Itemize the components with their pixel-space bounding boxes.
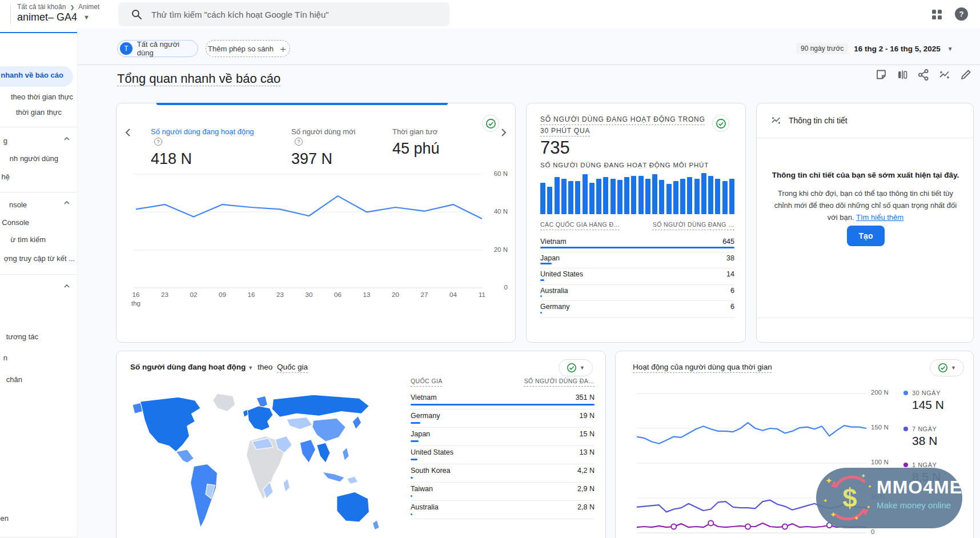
sidebar-item[interactable]: nhanh về báo cáo [1,71,63,82]
sidebar-item[interactable]: chân [6,375,22,387]
country-bar [411,513,412,515]
x-axis-label: 02 [181,291,206,299]
minute-bar [603,177,608,214]
sidebar-item[interactable]: ợng truy cập từ kết ... [4,254,75,266]
legend-label: 30 NGÀY [912,390,941,396]
column-header-users[interactable]: SỐ NGƯỜI DÙNG ĐA… [524,378,595,384]
country-name: Vietnam [540,238,567,246]
data-quality-icon[interactable] [482,115,499,132]
carousel-right-icon[interactable] [497,126,509,139]
country-bar [411,422,420,424]
create-insight-button[interactable]: Tạo [847,226,885,246]
minute-bar [568,181,573,214]
legend-value: 38 N [912,434,937,448]
sidebar-item[interactable]: tương tác [6,332,38,344]
data-point-marker [782,524,788,529]
x-axis-label: 30 [296,291,322,299]
sidebar-item[interactable]: en [1,514,9,525]
metric-carousel-scroll-indicator[interactable] [156,103,448,105]
column-header-country[interactable]: QUỐC GIA [411,378,443,384]
metric-tab-new-users[interactable]: Số người dùng mới? 397 N [291,127,355,168]
help-circle-icon[interactable]: ? [154,138,162,146]
sidebar-item[interactable]: thời gian thực [16,108,62,119]
sidebar-item[interactable]: ừ tìm kiếm [11,235,46,247]
help-icon[interactable]: ? [955,7,968,21]
mmo4me-text: MMO4ME Make money online [877,477,962,510]
apps-grid-icon[interactable] [932,10,942,19]
add-comparison-chip[interactable]: Thêm phép so sánh ＋ [206,40,290,57]
data-quality-dropdown[interactable]: ▼ [930,359,964,376]
minute-bar [624,177,629,214]
sidebar-item[interactable]: nh người dùng [10,154,58,166]
legend-dot-icon [903,391,908,395]
insights-icon [770,115,782,126]
share-icon[interactable] [917,69,930,81]
minute-bar [631,176,636,214]
comparison-icon[interactable] [896,69,909,81]
date-range-picker[interactable]: 90 ngày trước 16 thg 2 - 16 thg 5, 2025 … [796,41,953,56]
data-quality-icon[interactable] [712,115,729,132]
realtime-card: SỐ NGƯỜI DÙNG ĐANG HOẠT ĐỘNG TRONG 30 PH… [526,103,746,343]
learn-more-link[interactable]: Tìm hiểu thêm [856,213,903,222]
help-circle-icon[interactable]: ? [295,138,303,146]
property-selector[interactable]: animet– GA4 ▼ [17,11,90,23]
country-bar [540,247,734,248]
minute-bar [701,173,706,214]
country-users-value: 351 N [576,394,595,402]
minute-bar [561,179,567,214]
chevron-up-icon[interactable] [63,135,70,142]
country-name: Vietnam [411,394,437,402]
country-name: United States [540,270,583,278]
country-bar [540,263,552,264]
country-users-value: 2,9 N [577,485,595,493]
breadcrumb-current[interactable]: Animet [78,3,99,11]
audience-chip[interactable]: T Tất cả người dùng [117,40,198,57]
data-quality-dropdown[interactable]: ▼ [559,359,593,376]
carousel-left-icon[interactable] [122,126,135,139]
minute-bar [575,181,580,214]
metric-tab-engagement-time[interactable]: Thời gian tươ 45 phú [392,127,464,158]
minute-bar [673,181,678,214]
country-users-value: 14 [726,270,734,278]
column-header-country[interactable]: CÁC QUỐC GIA HÀNG Đ… [540,221,620,228]
country-bar [411,440,419,442]
chevron-right-icon: ❯ [70,5,75,10]
divider [757,318,973,318]
table-row: Vietnam351 N [411,391,595,409]
x-axis-label: 20 [383,291,408,299]
search-input[interactable]: Thử tìm kiếm "cách kích hoạt Google Tín … [118,2,449,26]
active-users-line-chart [134,166,482,295]
country-users-value: 6 [730,303,734,311]
sidebar-item[interactable]: hệ [2,172,10,184]
minute-bar [729,179,734,214]
sidebar-item[interactable]: g [3,136,7,148]
country-bar [540,312,542,314]
legend-value: 145 N [912,398,944,412]
chevron-up-icon[interactable] [63,283,70,290]
notes-icon[interactable] [875,69,887,81]
date-range-value: 16 thg 2 - 16 thg 5, 2025 [854,45,941,53]
data-point-marker [671,524,676,529]
metric-tab-active-users[interactable]: Số người dùng đang hoạt động? 418 N [151,127,254,168]
minute-bar [611,179,616,214]
snapshot-card: Số người dùng đang hoạt động? 418 N Số n… [116,103,516,343]
ga4-dashboard: Tất cả tài khoản ❯ Animet animet– GA4 ▼ … [0,0,980,538]
column-header-users[interactable]: SỐ NGƯỜI DÙNG ĐANG … [653,221,734,228]
realtime-users-value: 735 [540,138,570,158]
sidebar-item[interactable]: Console [2,218,29,230]
sidebar-item[interactable]: n [3,354,7,365]
dimension-metric-selector[interactable]: Số người dùng đang hoạt động [130,363,246,371]
minute-bar [617,180,622,214]
edit-icon[interactable] [959,69,972,81]
search-icon [131,9,142,20]
sidebar-item[interactable]: theo thời gian thực [11,93,73,104]
legend-dot-icon [903,427,908,431]
insights-icon[interactable] [938,69,951,81]
sidebar-item[interactable]: nsole [9,200,27,212]
chevron-up-icon[interactable] [63,199,70,206]
table-row: South Korea4,2 N [411,464,595,483]
dimension-selector[interactable]: Quốc gia [277,363,308,371]
breadcrumb[interactable]: Tất cả tài khoản ❯ Animet [17,3,99,11]
breadcrumb-root[interactable]: Tất cả tài khoản [17,3,66,11]
y-axis-label: 100 N [871,459,894,465]
